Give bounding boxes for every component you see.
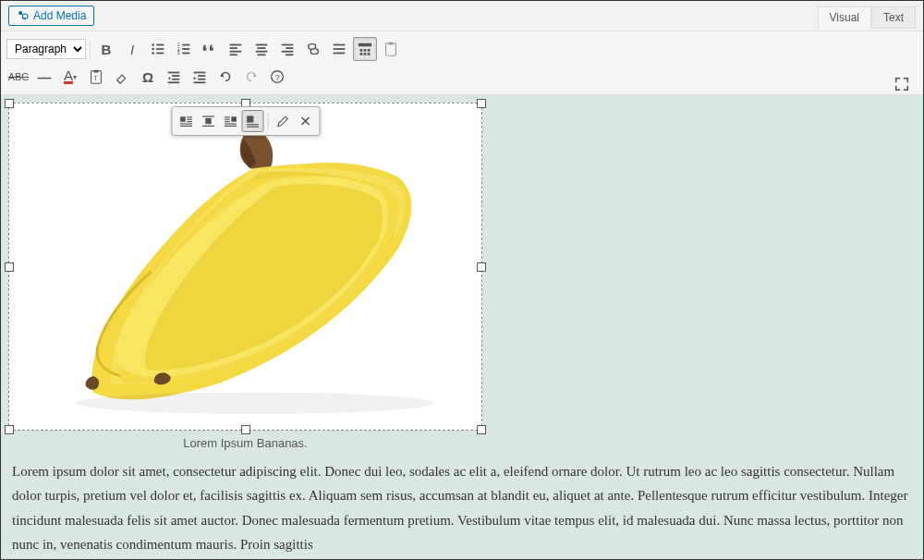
paste-button[interactable] <box>379 37 403 61</box>
svg-rect-45 <box>194 72 206 74</box>
format-select[interactable]: Paragraph <box>6 39 86 59</box>
svg-rect-67 <box>247 124 259 125</box>
special-char-button[interactable]: Ω <box>136 65 160 89</box>
svg-rect-53 <box>187 119 192 120</box>
tab-text[interactable]: Text <box>871 6 916 29</box>
fullscreen-button[interactable] <box>890 72 914 96</box>
undo-icon <box>217 68 234 85</box>
bold-button[interactable]: B <box>94 37 118 61</box>
svg-text:?: ? <box>275 73 280 82</box>
image-block: Lorem Ipsum Bananas. <box>8 103 482 443</box>
svg-rect-12 <box>182 48 189 50</box>
more-icon <box>331 41 347 57</box>
outdent-button[interactable] <box>162 65 186 89</box>
redo-button[interactable] <box>239 65 263 89</box>
img-align-none-icon <box>245 114 260 128</box>
svg-rect-32 <box>368 49 371 52</box>
svg-rect-60 <box>231 116 237 122</box>
editor-wrapper: Add Media Visual Text Paragraph B I 123 <box>1 1 923 559</box>
svg-point-0 <box>18 11 22 15</box>
svg-point-3 <box>152 48 154 51</box>
blockquote-button[interactable] <box>198 37 222 61</box>
svg-rect-11 <box>182 44 189 46</box>
img-align-left-button[interactable] <box>175 110 197 132</box>
paste-text-button[interactable]: T <box>84 65 108 89</box>
align-left-icon <box>227 41 244 57</box>
number-list-button[interactable]: 123 <box>172 37 196 61</box>
img-align-center-button[interactable] <box>197 110 219 132</box>
svg-rect-5 <box>156 44 164 46</box>
link-button[interactable] <box>301 37 325 61</box>
img-align-none-button[interactable] <box>241 110 263 132</box>
paste-text-icon: T <box>88 68 104 85</box>
resize-handle-rm[interactable] <box>477 262 486 272</box>
textcolor-button[interactable]: A ▾ <box>58 65 82 89</box>
svg-rect-31 <box>364 49 367 52</box>
svg-rect-46 <box>198 75 205 77</box>
add-media-label: Add Media <box>33 9 86 22</box>
close-icon <box>298 114 312 128</box>
add-media-button[interactable]: Add Media <box>8 6 94 26</box>
svg-rect-63 <box>225 121 230 122</box>
img-edit-button[interactable] <box>272 110 294 132</box>
content-area[interactable]: Lorem Ipsum Bananas. Lorem ipsum dolor s… <box>1 95 923 560</box>
help-icon: ? <box>269 68 286 85</box>
body-paragraph[interactable]: Lorem ipsum dolor sit amet, consectetur … <box>8 443 916 556</box>
svg-rect-22 <box>282 44 294 46</box>
img-remove-button[interactable] <box>294 110 316 132</box>
align-right-button[interactable] <box>275 37 299 61</box>
svg-rect-33 <box>360 53 363 55</box>
toolbar-toggle-button[interactable] <box>353 37 377 61</box>
separator <box>90 40 91 58</box>
resize-handle-br[interactable] <box>477 425 486 434</box>
svg-rect-65 <box>225 126 237 127</box>
image-caption[interactable]: Lorem Ipsum Bananas. <box>8 431 482 456</box>
svg-rect-6 <box>156 48 164 50</box>
strikethrough-button[interactable]: ABC <box>6 65 30 89</box>
bullet-list-button[interactable] <box>146 37 170 61</box>
toolbar: Paragraph B I 123 ABC — A ▾ T Ω <box>1 31 923 95</box>
image-selected[interactable] <box>8 103 482 431</box>
resize-handle-bm[interactable] <box>241 425 250 434</box>
svg-rect-51 <box>180 116 186 122</box>
outdent-icon <box>165 68 182 85</box>
help-button[interactable]: ? <box>265 65 289 89</box>
img-align-right-button[interactable] <box>219 110 241 132</box>
align-center-button[interactable] <box>249 37 274 61</box>
italic-button[interactable]: I <box>120 37 144 61</box>
link-icon <box>305 41 322 57</box>
svg-rect-48 <box>194 81 206 83</box>
svg-rect-47 <box>198 79 205 80</box>
svg-rect-36 <box>386 43 396 56</box>
more-button[interactable] <box>327 37 351 61</box>
svg-rect-66 <box>247 116 253 122</box>
resize-handle-tr[interactable] <box>477 99 486 108</box>
image-toolbar <box>171 106 320 136</box>
svg-rect-19 <box>258 47 266 49</box>
svg-rect-68 <box>247 127 259 128</box>
svg-rect-27 <box>334 48 346 50</box>
svg-rect-58 <box>205 118 211 124</box>
resize-handle-tl[interactable] <box>5 99 14 108</box>
svg-rect-52 <box>187 116 192 117</box>
number-list-icon: 123 <box>176 41 192 57</box>
undo-button[interactable] <box>213 65 237 89</box>
svg-rect-64 <box>225 123 237 124</box>
resize-handle-bl[interactable] <box>5 425 14 434</box>
svg-rect-30 <box>360 49 363 52</box>
separator <box>267 113 268 129</box>
align-left-button[interactable] <box>224 37 248 61</box>
resize-handle-lm[interactable] <box>5 262 14 272</box>
svg-point-69 <box>75 392 433 413</box>
tab-visual[interactable]: Visual <box>818 6 871 29</box>
svg-rect-24 <box>282 51 294 53</box>
svg-rect-17 <box>230 54 237 55</box>
indent-button[interactable] <box>188 65 212 89</box>
toolbar-toggle-icon <box>357 41 373 57</box>
svg-text:3: 3 <box>177 50 180 55</box>
svg-rect-13 <box>182 53 189 55</box>
clear-format-button[interactable] <box>110 65 134 89</box>
hr-button[interactable]: — <box>32 65 56 89</box>
svg-rect-35 <box>368 53 371 55</box>
eraser-icon <box>114 68 130 85</box>
